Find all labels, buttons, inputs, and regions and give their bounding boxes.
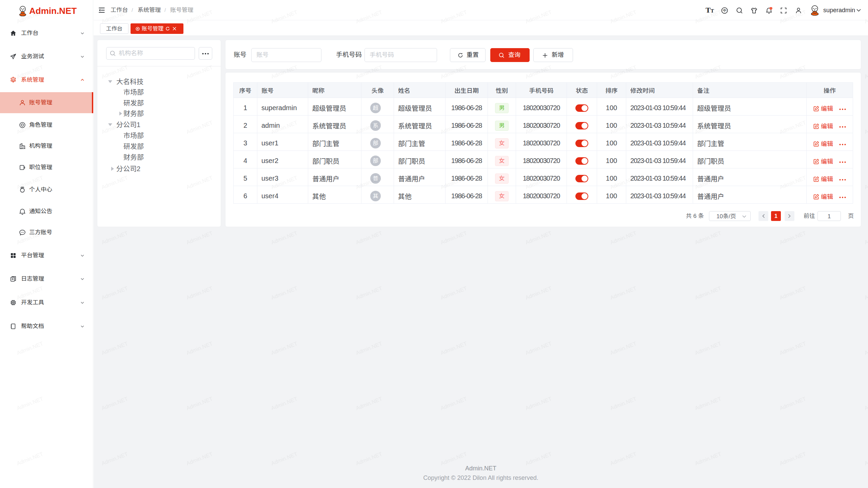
svg-text:中: 中: [723, 7, 727, 13]
